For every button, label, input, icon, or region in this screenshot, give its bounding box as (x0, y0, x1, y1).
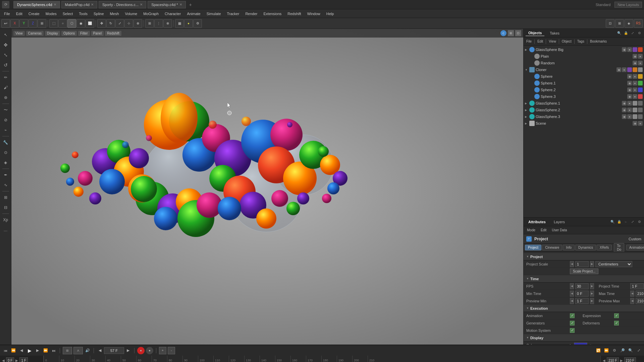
vp-menu-display[interactable]: Display (45, 31, 60, 36)
tree-item-sphere2[interactable]: Sphere.2 ◉ ● (524, 86, 644, 93)
tree-render-icon[interactable]: ● (622, 67, 627, 72)
attr-mode-btn[interactable]: Mode (525, 228, 537, 233)
attr-sub-tab-dynamics[interactable]: Dynamics (575, 245, 596, 250)
menu-select[interactable]: Select (60, 11, 76, 16)
pb-keyframe-mode[interactable]: ⊞ (63, 347, 72, 354)
tool-misc[interactable]: … (1, 225, 10, 235)
tree-item-glasssphere1[interactable]: ▶ GlassSphere.1 ◉ ● (524, 100, 644, 107)
tool-knife[interactable]: ⊘ (1, 115, 10, 125)
tab-sporty[interactable]: Sporty - Directions.c... ✕ (99, 1, 146, 8)
pb-current-frame[interactable]: 57 F (104, 347, 124, 354)
fe-file[interactable]: File (525, 39, 533, 44)
attr-dropdown-unit[interactable]: Centimeters Meters Inches (595, 261, 632, 267)
attr-input-maxtime[interactable]: 210 F (636, 291, 644, 297)
tool-group[interactable]: ⊟ (1, 203, 10, 212)
tree-tag-icon2[interactable] (638, 47, 643, 52)
attr-sub-tab-info[interactable]: Info (563, 245, 575, 250)
menu-render[interactable]: Render (243, 11, 260, 16)
tl-end-frame[interactable]: 210 F (607, 357, 619, 362)
attr-fps-right[interactable]: ▶ (590, 283, 594, 289)
tool-worldspace[interactable]: ⊞ (38, 19, 46, 28)
pb-motion-mode[interactable]: A (73, 347, 83, 354)
tl-end-arrow-left[interactable]: ◀ (603, 359, 605, 362)
tree-mat-icon[interactable] (638, 81, 643, 85)
attr-checkbox-expression[interactable]: ✓ (614, 313, 619, 318)
fe-bookmarks[interactable]: Bookmarks (589, 39, 608, 44)
tool-scale-lt[interactable]: ⤡ (1, 50, 10, 60)
menu-mesh[interactable]: Mesh (107, 11, 122, 16)
pb-audio[interactable]: 🔊 (84, 347, 91, 354)
tree-vis-icon[interactable]: ◉ (622, 47, 627, 52)
attr-checkbox-animation[interactable]: ✓ (570, 313, 575, 318)
pb-next-frame[interactable]: ▶ (34, 347, 41, 354)
tool-rotate[interactable]: ↻ (106, 19, 115, 28)
tree-tag-icon[interactable] (633, 101, 637, 106)
tree-tag-icon2[interactable] (633, 67, 637, 72)
tool-object-manager[interactable]: ⊞ (615, 19, 624, 28)
attr-arrow-left[interactable]: ◀ (570, 261, 574, 267)
menu-file[interactable]: File (1, 11, 13, 16)
tool-move[interactable]: ✤ (97, 19, 106, 28)
tool-deform[interactable]: ◈ (1, 158, 10, 167)
menu-extensions[interactable]: Extensions (261, 11, 284, 16)
tree-item-plain[interactable]: Plain ◉ ● (524, 53, 644, 60)
attr-maxtime-left[interactable]: ◀ (630, 291, 634, 297)
pb-frame-right[interactable]: ▶ (125, 347, 131, 354)
pb-expand-tl[interactable]: ⤢ (635, 347, 642, 354)
pb-playback-speed[interactable]: ⏩ (603, 347, 610, 354)
attr-arrow-right[interactable]: ▶ (590, 261, 594, 267)
vp-menu-options[interactable]: Options (61, 31, 77, 36)
attr-input-projtime[interactable]: 1 F (630, 283, 644, 289)
tree-render-icon[interactable]: ● (638, 61, 643, 65)
tab-spaceship[interactable]: Spaceship.c4d * ✕ (148, 1, 186, 8)
attr-mintime-left[interactable]: ◀ (570, 291, 574, 297)
tree-item-random[interactable]: Random ◉ ● (524, 60, 644, 66)
tab-close-2[interactable]: ✕ (140, 3, 143, 6)
tree-item-sphere3[interactable]: Sphere.3 ◉ ● (524, 93, 644, 100)
pb-play[interactable]: ▶ (26, 347, 33, 354)
tab-attributes[interactable]: Attributes (526, 219, 548, 225)
attr-pencil-icon[interactable]: ✏ (589, 343, 592, 345)
new-layouts-btn[interactable]: New Layouts (614, 2, 642, 8)
tool-x-axis[interactable]: X (10, 19, 19, 28)
tl-step-frame[interactable]: 1 F (19, 357, 28, 362)
tl-step-arrow[interactable]: ▶ (15, 359, 18, 362)
tool-select-outline[interactable]: ⬜ (86, 19, 94, 28)
tool-select-lasso[interactable]: ◉ (76, 19, 85, 28)
tool-quantize[interactable]: ⊗ (163, 19, 172, 28)
menu-create[interactable]: Create (26, 11, 42, 16)
vp-menu-view[interactable]: View (13, 31, 25, 36)
tab-add-button[interactable]: + (187, 2, 194, 7)
tool-render-settings[interactable]: ⚙ (193, 19, 202, 28)
tool-render-region[interactable]: ▦ (175, 19, 184, 28)
vp-shading-btn[interactable]: ⊞ (508, 30, 514, 36)
tree-render-icon[interactable]: ● (633, 87, 637, 92)
attr-expand-icon[interactable]: ⤢ (630, 219, 635, 225)
tree-render-icon[interactable]: ● (633, 81, 637, 85)
pb-frame-left[interactable]: ◀ (97, 347, 103, 354)
menu-help[interactable]: Help (324, 11, 337, 16)
menu-animate[interactable]: Animate (184, 11, 203, 16)
pb-remove-key[interactable]: - (168, 347, 175, 354)
tool-y-axis[interactable]: Y (19, 19, 28, 28)
tab-makeitpop[interactable]: MakeItPop.c4d ✕ (61, 1, 97, 8)
attr-input-fps[interactable]: 30 (575, 283, 589, 289)
tree-item-scene[interactable]: ▶ Scene ◉ ● (524, 120, 644, 127)
tool-material-manager[interactable]: ◈ (625, 19, 633, 28)
tree-vis-icon[interactable]: ◉ (633, 121, 637, 126)
tool-smooth[interactable]: 〜 (1, 105, 10, 115)
attr-search-icon[interactable]: 🔍 (610, 219, 615, 225)
menu-tracker[interactable]: Tracker (224, 11, 242, 16)
attr-sub-tab-cineware[interactable]: Cineware (542, 245, 562, 250)
tool-redshift[interactable]: RS (634, 19, 643, 28)
pb-goto-start[interactable]: ⏮ (2, 347, 9, 354)
tree-item-cloner[interactable]: ▼ Cloner ◉ ● (524, 66, 644, 73)
tree-vis-icon[interactable]: ◉ (622, 108, 627, 112)
tool-grid[interactable]: ⋮ (154, 19, 163, 28)
tree-tag-icon[interactable] (633, 114, 637, 119)
pb-goto-end[interactable]: ⏭ (50, 347, 57, 354)
tree-render-icon[interactable]: ● (638, 54, 643, 59)
tab-close-0[interactable]: ✕ (54, 3, 56, 6)
tree-render-icon[interactable]: ● (627, 108, 632, 112)
tool-transform[interactable]: ⊹ (124, 19, 133, 28)
